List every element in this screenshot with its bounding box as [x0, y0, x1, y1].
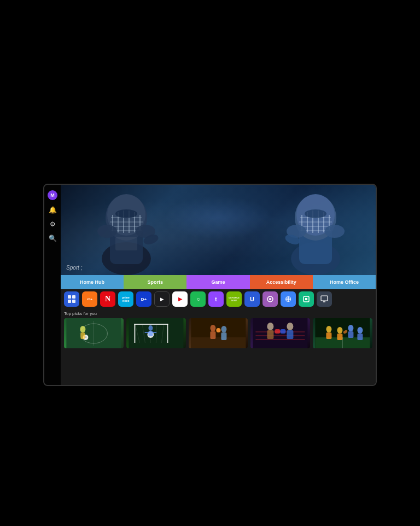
svg-rect-58: [134, 324, 168, 325]
tv-frame: M 🔔 ⚙ 🔍: [43, 184, 377, 386]
svg-rect-54: [80, 332, 85, 339]
svg-rect-66: [148, 331, 153, 336]
player-right: [244, 188, 359, 275]
tab-home-hub[interactable]: Home Hub: [61, 275, 124, 289]
svg-rect-38: [72, 295, 75, 299]
svg-rect-82: [275, 329, 281, 334]
tab-sports[interactable]: Sports: [124, 275, 186, 289]
svg-point-33: [305, 209, 326, 218]
svg-rect-92: [337, 334, 343, 340]
tab-accessibility[interactable]: Accessibility: [250, 275, 313, 289]
svg-point-42: [269, 298, 271, 300]
notification-icon[interactable]: 🔔: [48, 206, 57, 214]
app-icon-apple-tv[interactable]: ▶: [154, 291, 170, 307]
player-left: [83, 188, 192, 275]
svg-rect-39: [68, 300, 71, 303]
svg-rect-46: [321, 296, 328, 301]
app-icon-netflix[interactable]: N: [100, 291, 115, 307]
svg-point-75: [216, 328, 220, 332]
thumbnail-soccer[interactable]: [64, 318, 124, 348]
search-icon[interactable]: 🔍: [48, 234, 57, 243]
app-icon-extra-2[interactable]: [281, 291, 296, 307]
thumbnail-boxing[interactable]: [250, 318, 310, 348]
content-section: Top picks for you: [61, 309, 376, 385]
svg-rect-55: [129, 318, 183, 348]
app-icon-extra-1[interactable]: [262, 291, 278, 307]
svg-point-65: [148, 325, 153, 331]
nav-tabs: Home Hub Sports Game Accessibility Home …: [61, 275, 376, 289]
svg-point-80: [267, 323, 274, 330]
svg-point-73: [221, 326, 226, 332]
svg-rect-40: [72, 300, 75, 303]
svg-point-14: [115, 209, 137, 218]
settings-icon[interactable]: ⚙: [48, 220, 57, 229]
svg-point-83: [287, 323, 294, 330]
svg-rect-94: [348, 331, 354, 338]
svg-point-89: [326, 326, 332, 332]
main-content: Sport ; Home Hub Sports Game Accessibili…: [61, 185, 376, 385]
svg-rect-96: [358, 334, 363, 340]
app-icon-prime-video[interactable]: primevideo: [118, 291, 133, 307]
svg-rect-74: [221, 332, 226, 340]
sidebar: M 🔔 ⚙ 🔍: [44, 185, 61, 385]
sport-label: Sport ;: [66, 265, 82, 271]
hero-banner: Sport ;: [61, 185, 376, 275]
svg-rect-45: [305, 298, 307, 300]
app-icon-apps[interactable]: [64, 291, 79, 307]
svg-rect-37: [68, 295, 71, 299]
svg-rect-72: [210, 331, 215, 339]
app-icon-disney-plus[interactable]: D+: [136, 291, 151, 307]
thumbnail-football[interactable]: [313, 318, 372, 348]
section-title: Top picks for you: [64, 311, 372, 316]
tab-game[interactable]: Game: [186, 275, 249, 289]
app-icon-twitch[interactable]: t: [208, 291, 224, 307]
svg-point-15: [97, 225, 117, 238]
svg-rect-90: [326, 332, 332, 339]
svg-rect-70: [191, 337, 246, 348]
svg-point-53: [80, 326, 85, 332]
svg-point-71: [210, 325, 215, 331]
svg-rect-17: [115, 237, 137, 250]
svg-point-93: [348, 325, 354, 331]
app-icon-ch[interactable]: ch+: [82, 291, 97, 307]
app-row: ch+ N primevideo D+ ▶ ▶ ♫ t GEFORCENOW U: [61, 289, 376, 309]
app-icon-uplay[interactable]: U: [244, 291, 260, 307]
user-avatar[interactable]: M: [48, 190, 57, 200]
thumbnails-row: [64, 318, 372, 348]
svg-point-35: [325, 225, 345, 238]
svg-rect-85: [281, 329, 286, 334]
tab-home-office[interactable]: Home Office: [313, 275, 376, 289]
app-icon-extra-3[interactable]: [299, 291, 314, 307]
thumbnail-handball[interactable]: [189, 318, 248, 348]
svg-rect-57: [167, 324, 168, 343]
svg-rect-81: [267, 330, 274, 339]
app-icon-geforce-now[interactable]: GEFORCENOW: [226, 291, 242, 307]
app-icon-youtube[interactable]: ▶: [172, 291, 188, 307]
app-icon-spotify[interactable]: ♫: [190, 291, 206, 307]
svg-point-95: [358, 327, 363, 334]
svg-point-91: [337, 327, 343, 334]
svg-rect-56: [134, 324, 135, 343]
app-icon-extra-4[interactable]: [317, 291, 332, 307]
svg-rect-76: [253, 318, 308, 348]
svg-rect-84: [287, 330, 294, 339]
thumbnail-goal[interactable]: [126, 318, 186, 348]
